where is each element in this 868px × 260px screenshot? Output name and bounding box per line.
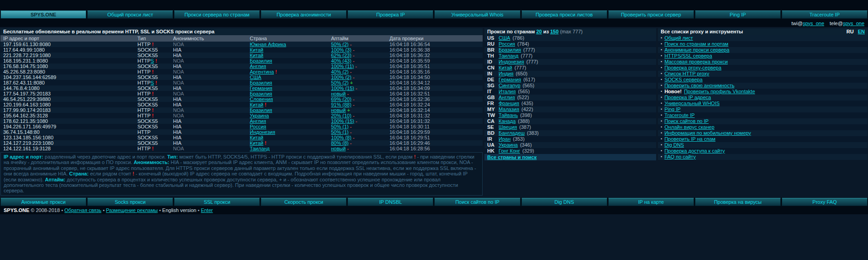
bottom-nav-tab[interactable]: Поиск сайтов по IP — [434, 198, 520, 206]
top-nav-tab[interactable]: Traceroute IP — [782, 11, 868, 19]
proxy-uptime-link[interactable]: 50% (1) — [331, 124, 349, 129]
country-link[interactable]: Таиланд — [499, 53, 519, 59]
bottom-nav-tab[interactable]: Анонимные прокси — [0, 198, 86, 206]
tool-link[interactable]: Проверка доступа к сайту — [664, 148, 725, 154]
footer-link[interactable]: Enter — [201, 207, 213, 213]
bottom-nav-tab[interactable]: Проверка на вирусы — [695, 198, 781, 206]
proxy-uptime-link[interactable]: 50% (1) — [331, 129, 349, 135]
tool-link[interactable]: FAQ по сайту — [664, 154, 696, 160]
bottom-nav-tab[interactable]: Socks прокси — [87, 198, 173, 206]
country-link[interactable]: Индия — [499, 71, 514, 77]
proxy-type-ssl-link[interactable]: S — [151, 80, 154, 85]
country-link[interactable]: Германия — [499, 77, 521, 83]
tool-link[interactable]: Общий лист — [664, 35, 693, 41]
country-link[interactable]: Украина — [499, 142, 518, 148]
country-link[interactable]: Малазия — [499, 106, 519, 112]
tool-link[interactable]: Проверить профиль Vkontakte — [684, 89, 755, 95]
proxy-uptime-link[interactable]: 20% (10) — [331, 113, 352, 118]
proxy-country-link[interactable]: Бразилия — [250, 107, 272, 113]
tool-link[interactable]: Traceroute IP — [664, 112, 694, 118]
top-nav-tab[interactable]: Проверка IP — [347, 11, 433, 19]
proxy-uptime-link[interactable]: 100% (15) — [331, 85, 354, 91]
proxy-country-link[interactable]: Южная Африка — [250, 42, 286, 47]
country-link[interactable]: Китай — [499, 65, 512, 71]
top-nav-tab[interactable]: Универсальный Whois — [434, 11, 520, 19]
proxy-country-link[interactable]: Китай — [250, 53, 263, 58]
proxy-uptime-link[interactable]: 100% (8) — [331, 135, 352, 140]
proxy-uptime-link[interactable]: 50% (2) — [331, 42, 349, 47]
country-link[interactable]: Англия — [499, 95, 515, 101]
proxy-uptime-link[interactable]: 50% (2) — [331, 80, 349, 85]
proxy-country-link[interactable]: Англия — [250, 64, 266, 69]
country-link[interactable]: Индонезия — [499, 59, 524, 65]
proxy-country-link[interactable]: Таиланд — [250, 146, 270, 151]
proxy-uptime-link[interactable]: 40% (43) — [331, 58, 352, 64]
countries-shown-count-link[interactable]: 20 — [536, 29, 542, 34]
top-nav-tab[interactable]: Прокси сервера по странам — [174, 11, 260, 19]
country-link[interactable]: Франция — [499, 101, 519, 106]
proxy-uptime-link[interactable]: 40% (2) — [331, 69, 349, 74]
proxy-uptime-link[interactable]: 100% (3) — [331, 47, 352, 53]
tool-link[interactable]: Универсальный WHOIS — [664, 101, 720, 106]
footer-link[interactable]: Размещение рекламы — [106, 207, 158, 213]
proxy-uptime-link[interactable]: новый — [331, 107, 346, 113]
bottom-nav-tab[interactable]: Proxy FAQ — [782, 198, 868, 206]
tool-link[interactable]: Список HTTP proxy — [664, 71, 709, 77]
proxy-country-link[interactable]: Аргентина — [250, 69, 274, 74]
country-link[interactable]: Сингапур — [499, 83, 521, 89]
proxy-uptime-link[interactable]: 91% (88) — [331, 102, 352, 107]
twitter-link[interactable]: twi@spys_one — [791, 21, 824, 26]
proxy-type-ssl-link[interactable]: S — [151, 58, 154, 64]
country-link[interactable]: Иран — [499, 136, 510, 142]
top-nav-tab[interactable]: Проверка прокси листов — [521, 11, 607, 19]
tool-link[interactable]: SOCKS сервера — [664, 77, 702, 83]
proxy-uptime-link[interactable]: новый — [331, 146, 346, 151]
proxy-country-link[interactable]: Китай — [250, 102, 263, 107]
telegram-link[interactable]: tele@spys_one — [830, 21, 864, 26]
bottom-nav-tab[interactable]: IP DNSBL — [347, 198, 433, 206]
proxy-uptime-link[interactable]: 62% (23) — [331, 53, 352, 58]
country-link[interactable]: Швеция — [499, 124, 517, 130]
top-nav-tab[interactable]: Проверить прокси сервер — [608, 11, 694, 19]
proxy-country-link[interactable]: Бразилия — [250, 58, 272, 64]
tool-link[interactable]: Поиск по странам и портам — [664, 41, 728, 47]
bottom-nav-tab[interactable]: Скорость прокси — [261, 198, 347, 206]
country-link[interactable]: Италия — [499, 89, 516, 95]
tool-link[interactable]: Онлайн вирус сканер — [664, 124, 714, 130]
country-link[interactable]: Канада — [499, 118, 516, 124]
tool-link[interactable]: Поиск сайтов по IP — [664, 118, 709, 124]
proxy-country-link[interactable]: Бразилия — [250, 80, 272, 85]
proxy-uptime-link[interactable]: 100% (11) — [331, 64, 354, 69]
top-nav-tab[interactable]: Проверка анонимности — [261, 11, 347, 19]
proxy-country-link[interactable]: Англия — [250, 118, 266, 124]
proxy-country-link[interactable]: Китай — [250, 47, 263, 53]
tool-link[interactable]: Проверка proxy-сервера — [664, 65, 721, 71]
proxy-country-link[interactable]: Россия — [250, 124, 266, 129]
proxy-uptime-link[interactable]: 80% (8) — [331, 140, 349, 146]
proxy-country-link[interactable]: Индонезия — [250, 129, 275, 135]
bottom-nav-tab[interactable]: SSL прокси — [174, 198, 260, 206]
country-link[interactable]: Бразилия — [499, 47, 521, 53]
tool-link[interactable]: Проверить свою анонимность — [664, 83, 734, 89]
tool-link[interactable]: HTTPS/SSL сервера — [664, 53, 712, 59]
tool-link[interactable]: Проверка IP адреса — [664, 95, 711, 101]
tool-link[interactable]: Анонимные прокси сервера — [664, 47, 729, 53]
lang-en-link[interactable]: EN — [858, 29, 865, 34]
country-link[interactable]: Гонг Конг — [499, 148, 520, 154]
country-link[interactable]: Тайвань — [499, 112, 518, 118]
proxy-country-link[interactable]: Словения — [250, 96, 273, 102]
top-nav-tab[interactable]: Ping IP — [695, 11, 781, 19]
proxy-country-link[interactable]: США — [250, 74, 261, 80]
all-countries-link[interactable]: Все страны и поиск — [487, 154, 537, 160]
proxy-uptime-link[interactable]: 69% (20) — [331, 96, 352, 102]
country-link[interactable]: США — [499, 35, 510, 41]
top-nav-tab[interactable]: SPYS.ONE — [0, 11, 86, 19]
footer-link[interactable]: Обратная связь — [64, 207, 101, 213]
proxy-uptime-link[interactable]: новый — [331, 91, 346, 96]
country-link[interactable]: Россия — [499, 41, 515, 47]
proxy-country-link[interactable]: Германия — [250, 85, 272, 91]
lang-ru-link[interactable]: RU — [847, 29, 854, 34]
tool-link[interactable]: Проверить IP на спам — [664, 136, 715, 142]
tool-link[interactable]: Массовая проверка прокси — [664, 59, 728, 65]
country-link[interactable]: Бангладеш — [499, 130, 525, 136]
